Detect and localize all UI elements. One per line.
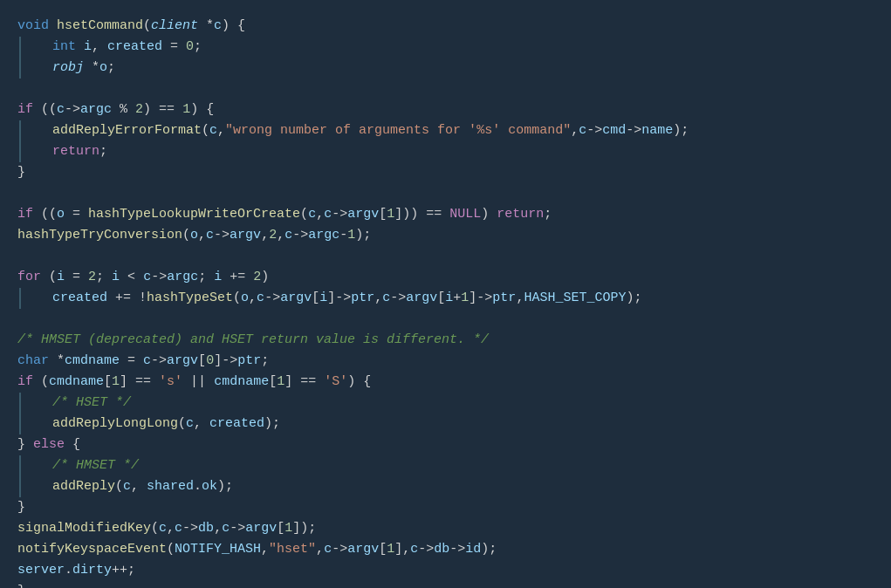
code-line: addReplyLongLong(c, created); [17,414,874,434]
code-line: signalModifiedKey(c,c->db,c->argv[1]); [17,518,874,539]
code-container: void hsetCommand(client *c) {int i, crea… [0,9,891,588]
code-line: hashTypeTryConversion(o,c->argv,2,c->arg… [17,225,874,246]
code-line: server.dirty++; [17,560,874,581]
code-line: notifyKeyspaceEvent(NOTIFY_HASH,"hset",c… [17,539,874,560]
code-line: } [17,497,874,518]
code-line: } else { [17,434,874,455]
code-line: int i, created = 0; [17,37,874,58]
code-line: if ((o = hashTypeLookupWriteOrCreate(c,c… [17,204,874,225]
code-line: for (i = 2; i < c->argc; i += 2) [17,267,874,288]
code-line: /* HMSET (deprecated) and HSET return va… [17,330,874,351]
code-line: /* HMSET */ [17,455,874,476]
code-line: return; [17,141,874,162]
code-line: } [17,581,874,588]
code-line: robj *o; [17,58,874,79]
code-line: if (cmdname[1] == 's' || cmdname[1] == '… [17,372,874,393]
code-line [17,309,874,330]
code-line: void hsetCommand(client *c) { [17,16,874,37]
code-line [17,246,874,267]
code-line: created += !hashTypeSet(o,c->argv[i]->pt… [17,288,874,309]
code-line: addReplyErrorFormat(c,"wrong number of a… [17,120,874,141]
code-line: if ((c->argc % 2) == 1) { [17,99,874,120]
code-line: char *cmdname = c->argv[0]->ptr; [17,351,874,372]
code-line [17,79,874,99]
code-line: } [17,162,874,183]
code-line: /* HSET */ [17,393,874,414]
code-line [17,183,874,204]
code-line: addReply(c, shared.ok); [17,476,874,497]
